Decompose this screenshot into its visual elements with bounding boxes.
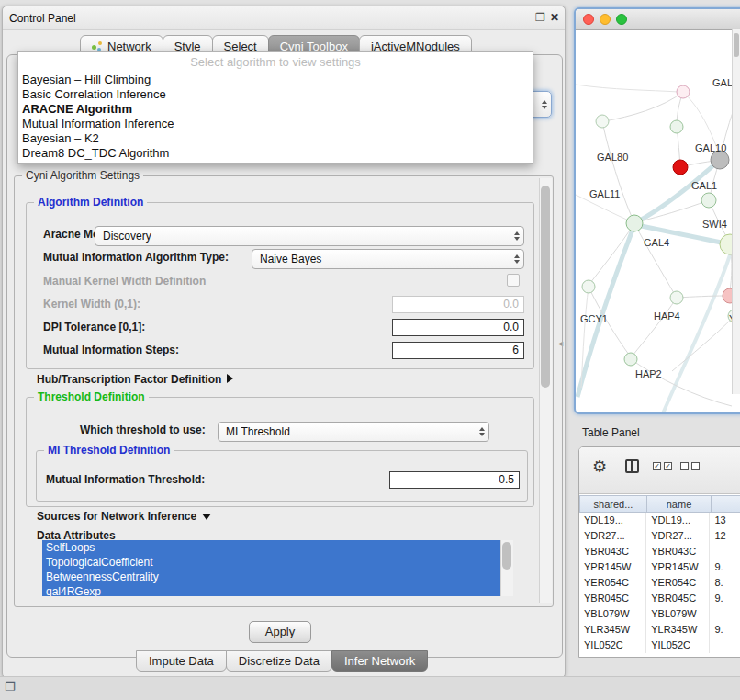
- table-panel-title: Table Panel: [582, 426, 640, 439]
- network-node[interactable]: [624, 353, 637, 366]
- table-cell: YBL079W: [646, 606, 710, 622]
- network-scrollbar[interactable]: [732, 29, 740, 394]
- close-icon[interactable]: ✕: [550, 11, 559, 24]
- algorithm-option-bayesian-hill-climbing[interactable]: Bayesian – Hill Climbing: [18, 73, 533, 87]
- stepper-icon: [542, 100, 547, 109]
- table-row[interactable]: YDL19...YDL19...13: [579, 513, 740, 528]
- control-panel-titlebar[interactable]: Control Panel ❐ ✕: [3, 6, 565, 30]
- table-cell: YPR145W: [646, 559, 710, 575]
- float-window-icon[interactable]: ❐: [535, 11, 545, 24]
- table-row[interactable]: YDR27...YDR27...12: [579, 528, 740, 544]
- network-tab-icon: [92, 41, 103, 51]
- deselect-all-columns-icon[interactable]: [680, 462, 700, 470]
- table-row[interactable]: YER054CYER054C8.: [579, 575, 740, 591]
- algorithm-option-mutual-information-inference[interactable]: Mutual Information Inference: [18, 117, 533, 131]
- table-cell: YBR043C: [579, 544, 646, 559]
- algorithm-option-dream8-dc-tdc-algorithm[interactable]: Dream8 DC_TDC Algorithm: [18, 146, 533, 161]
- table-cell: 13: [710, 513, 740, 528]
- table-cell: YDR27...: [579, 528, 646, 544]
- table-cell: YIL052C: [646, 638, 710, 653]
- node-label: GAL80: [597, 152, 628, 163]
- algorithm-option-aracne-algorithm[interactable]: ARACNE Algorithm: [18, 102, 533, 117]
- column-header-extra[interactable]: [712, 495, 740, 513]
- table-cell: YBL079W: [579, 606, 646, 622]
- algorithm-option-bayesian-k2[interactable]: Bayesian – K2: [18, 131, 533, 146]
- table-cell: YBR045C: [579, 591, 646, 606]
- table-cell: YBR043C: [646, 544, 710, 559]
- network-node[interactable]: [582, 280, 595, 293]
- desktop: { "icons": { "close": "✕", "float": "❐",…: [0, 0, 740, 700]
- node-label: GCY1: [580, 313, 608, 324]
- table-cell: 12: [710, 528, 740, 544]
- network-node[interactable]: [596, 115, 609, 128]
- table-row[interactable]: YBL079WYBL079W: [579, 606, 740, 622]
- close-traffic-light-icon[interactable]: [583, 14, 594, 25]
- table-cell: YLR345W: [646, 622, 710, 638]
- table-row[interactable]: YBR043CYBR043C: [579, 544, 740, 559]
- node-label: HAP2: [635, 368, 662, 379]
- table-row[interactable]: YIL052CYIL052C: [579, 638, 740, 653]
- node-label: GAL11: [589, 188, 620, 199]
- table-cell: [710, 638, 740, 653]
- unchecked-box-icon: [691, 462, 700, 470]
- table-cell: [710, 606, 740, 622]
- network-node[interactable]: [677, 85, 690, 98]
- bottom-tab-bar: Impute DataDiscretize DataInfer Network: [136, 650, 427, 671]
- network-node[interactable]: [711, 151, 729, 169]
- table-cell: YDR27...: [646, 528, 710, 544]
- gear-icon[interactable]: ⚙: [592, 457, 607, 477]
- network-node[interactable]: [701, 193, 716, 208]
- unchecked-box-icon: [680, 462, 689, 470]
- tab-discretize-data[interactable]: Discretize Data: [226, 650, 332, 672]
- network-node[interactable]: [626, 215, 643, 231]
- network-node[interactable]: [673, 160, 688, 175]
- network-node[interactable]: [720, 234, 732, 254]
- window-title: Control Panel: [9, 12, 76, 25]
- minimize-traffic-light-icon[interactable]: [600, 14, 611, 25]
- bottom-status-strip: [0, 676, 740, 700]
- algorithm-dropdown: Select algorithm to view settings Bayesi…: [17, 51, 533, 164]
- network-node[interactable]: [670, 291, 683, 304]
- node-label: GAL10: [695, 142, 726, 153]
- table-cell: 9.: [710, 622, 740, 638]
- table-panel-window: ⚙ ✓ ✓ shared...name YDL19...YDL19...13YD…: [578, 446, 740, 658]
- network-node[interactable]: [670, 120, 683, 133]
- checked-box-icon: ✓: [653, 462, 661, 470]
- table-cell: 9.: [710, 591, 740, 606]
- network-edges: [576, 85, 732, 413]
- network-view-window[interactable]: GAL80GAL10GAL11GAL1SWI4GAL4GCY1HAP4HAP2G…: [574, 7, 740, 414]
- network-canvas[interactable]: GAL80GAL10GAL11GAL1SWI4GAL4GCY1HAP4HAP2G…: [576, 29, 732, 414]
- node-label: GAL1: [691, 180, 717, 191]
- column-header-name[interactable]: name: [647, 495, 712, 513]
- tab-infer-network[interactable]: Infer Network: [331, 650, 428, 672]
- table-cell: YER054C: [646, 575, 710, 591]
- column-header-shared[interactable]: shared...: [579, 495, 647, 513]
- table-cell: YDL19...: [579, 513, 646, 528]
- table-cell: YLR345W: [579, 622, 646, 638]
- select-all-columns-icon[interactable]: ✓ ✓: [653, 462, 672, 470]
- checked-box-icon: ✓: [664, 462, 672, 470]
- node-label: SWI4: [702, 219, 727, 230]
- zoom-traffic-light-icon[interactable]: [616, 14, 627, 25]
- control-panel-window: Control Panel ❐ ✕ NetworkStyleSelectCyni…: [2, 6, 566, 678]
- network-node[interactable]: [723, 288, 732, 303]
- table-row[interactable]: YLR345WYLR345W9.: [579, 622, 740, 638]
- table-cell: YBR045C: [646, 591, 710, 606]
- node-label: HAP4: [654, 310, 680, 322]
- algorithm-option-basic-correlation-inference[interactable]: Basic Correlation Inference: [18, 87, 533, 102]
- table-header-row: shared...name: [579, 495, 740, 513]
- table-cell: YDL19...: [646, 513, 710, 528]
- table-row[interactable]: YBR045CYBR045C9.: [579, 591, 740, 606]
- minimized-panel-icon[interactable]: ❐: [5, 680, 16, 694]
- table-toolbar: ⚙ ✓ ✓: [579, 447, 740, 494]
- table-cell: YIL052C: [579, 638, 646, 653]
- scrollbar-thumb[interactable]: [734, 33, 739, 57]
- network-window-titlebar[interactable]: [576, 9, 740, 30]
- table-row[interactable]: YPR145WYPR145W9.: [579, 559, 740, 575]
- table-cell: YPR145W: [579, 559, 646, 575]
- table-cell: YER054C: [579, 575, 646, 591]
- tab-impute-data[interactable]: Impute Data: [136, 650, 227, 672]
- node-label: GAL4: [644, 237, 669, 248]
- columns-icon[interactable]: [625, 459, 639, 473]
- table-cell: [710, 544, 740, 559]
